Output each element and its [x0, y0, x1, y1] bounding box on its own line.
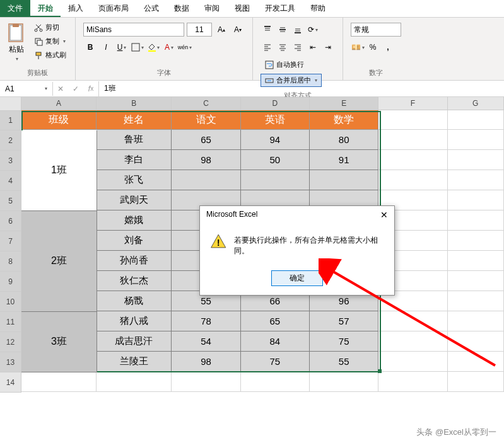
- cell[interactable]: 英语: [241, 110, 310, 130]
- cell[interactable]: 猪八戒: [97, 311, 172, 331]
- align-right-button[interactable]: [291, 40, 305, 54]
- border-button[interactable]: ▾: [131, 40, 144, 54]
- number-format-select[interactable]: 常规: [351, 23, 401, 37]
- dialog-close-button[interactable]: ✕: [380, 210, 388, 220]
- cell[interactable]: [448, 311, 504, 331]
- cell[interactable]: 张飞: [97, 170, 172, 190]
- menu-help[interactable]: 帮助: [303, 0, 333, 17]
- font-color-button[interactable]: A▾: [162, 40, 176, 54]
- cell[interactable]: 武则天: [97, 190, 172, 210]
- cut-button[interactable]: 剪切: [32, 21, 69, 33]
- paste-button[interactable]: 粘贴 ▾: [5, 20, 28, 64]
- row-header-8[interactable]: 8: [0, 251, 21, 272]
- row-header-4[interactable]: 4: [0, 171, 21, 191]
- decrease-indent-button[interactable]: ⇤: [306, 40, 320, 54]
- align-middle-button[interactable]: [276, 23, 290, 37]
- cell[interactable]: [310, 372, 378, 392]
- fx-button[interactable]: fx: [83, 81, 98, 96]
- dialog-ok-button[interactable]: 确定: [271, 270, 323, 286]
- fill-color-button[interactable]: ▾: [146, 40, 160, 54]
- column-header-D[interactable]: D: [241, 97, 310, 110]
- cell[interactable]: [378, 130, 447, 150]
- menu-file[interactable]: 文件: [0, 0, 30, 17]
- column-header-G[interactable]: G: [448, 97, 504, 110]
- row-header-14[interactable]: 14: [0, 372, 21, 393]
- phonetic-button[interactable]: wén▾: [178, 40, 192, 54]
- align-center-button[interactable]: [276, 40, 290, 54]
- cell[interactable]: [378, 352, 447, 372]
- row-header-7[interactable]: 7: [0, 231, 21, 251]
- cell[interactable]: [448, 231, 504, 251]
- cell[interactable]: [448, 110, 504, 130]
- increase-font-button[interactable]: A▴: [214, 23, 228, 37]
- copy-button[interactable]: 复制▾: [32, 35, 69, 47]
- row-header-5[interactable]: 5: [0, 191, 21, 211]
- name-box[interactable]: A1▾: [0, 82, 53, 96]
- row-header-3[interactable]: 3: [0, 151, 21, 171]
- cell[interactable]: [448, 271, 504, 291]
- percent-button[interactable]: %: [366, 40, 380, 54]
- row-header-6[interactable]: 6: [0, 211, 21, 231]
- cell[interactable]: [378, 150, 447, 170]
- enter-formula-button[interactable]: ✓: [68, 81, 83, 96]
- cell[interactable]: 语文: [172, 110, 240, 130]
- menu-home[interactable]: 开始: [30, 0, 61, 17]
- cell[interactable]: [448, 251, 504, 271]
- merged-cell-class[interactable]: 3班: [21, 312, 97, 372]
- wrap-text-button[interactable]: 自动换行: [261, 58, 322, 71]
- align-top-button[interactable]: [261, 23, 274, 37]
- cell[interactable]: 98: [172, 150, 240, 170]
- decrease-font-button[interactable]: A▾: [231, 23, 245, 37]
- increase-indent-button[interactable]: ⇥: [321, 40, 335, 54]
- cell[interactable]: 刘备: [97, 231, 172, 251]
- cell[interactable]: 狄仁杰: [97, 271, 172, 291]
- column-header-C[interactable]: C: [172, 97, 240, 110]
- cell[interactable]: [97, 372, 172, 392]
- cell[interactable]: 鲁班: [97, 130, 172, 150]
- row-header-10[interactable]: 10: [0, 292, 21, 312]
- row-header-2[interactable]: 2: [0, 130, 21, 151]
- row-header-11[interactable]: 11: [0, 312, 21, 332]
- cell[interactable]: [448, 190, 504, 210]
- orientation-button[interactable]: ⟳▾: [306, 23, 320, 37]
- column-header-A[interactable]: A: [21, 97, 97, 110]
- bold-button[interactable]: B: [83, 40, 97, 54]
- menu-layout[interactable]: 页面布局: [91, 0, 136, 17]
- cell[interactable]: 50: [241, 150, 310, 170]
- cell[interactable]: 兰陵王: [97, 352, 172, 372]
- align-bottom-button[interactable]: [291, 23, 305, 37]
- underline-button[interactable]: U▾: [115, 40, 129, 54]
- cell[interactable]: [448, 352, 504, 372]
- cell[interactable]: [310, 170, 378, 190]
- cell[interactable]: 成吉思汗: [97, 331, 172, 352]
- cell[interactable]: 54: [172, 331, 240, 352]
- cell[interactable]: [448, 291, 504, 311]
- cell[interactable]: 嫦娥: [97, 210, 172, 231]
- cell[interactable]: [172, 170, 240, 190]
- cell[interactable]: 数学: [310, 110, 378, 130]
- menu-insert[interactable]: 插入: [61, 0, 91, 17]
- row-header-9[interactable]: 9: [0, 272, 21, 292]
- cell[interactable]: [241, 170, 310, 190]
- menu-data[interactable]: 数据: [167, 0, 197, 17]
- cell[interactable]: 98: [172, 352, 240, 372]
- menu-review[interactable]: 审阅: [197, 0, 227, 17]
- cell[interactable]: [172, 372, 240, 392]
- comma-button[interactable]: ,: [381, 40, 395, 54]
- cell[interactable]: 91: [310, 150, 378, 170]
- cell[interactable]: 65: [172, 130, 240, 150]
- cell[interactable]: [448, 331, 504, 352]
- font-name-select[interactable]: MiSans: [83, 23, 184, 37]
- format-painter-button[interactable]: 格式刷: [32, 49, 69, 61]
- cell[interactable]: 65: [241, 311, 310, 331]
- currency-button[interactable]: 💴▾: [351, 40, 365, 54]
- cell[interactable]: 84: [241, 331, 310, 352]
- cell[interactable]: 杨戬: [97, 291, 172, 311]
- cell[interactable]: [21, 372, 97, 392]
- cell[interactable]: [378, 372, 447, 392]
- cell[interactable]: [378, 331, 447, 352]
- cell[interactable]: 班级: [21, 110, 97, 130]
- cell[interactable]: [378, 311, 447, 331]
- cell[interactable]: [241, 372, 310, 392]
- cell[interactable]: 80: [310, 130, 378, 150]
